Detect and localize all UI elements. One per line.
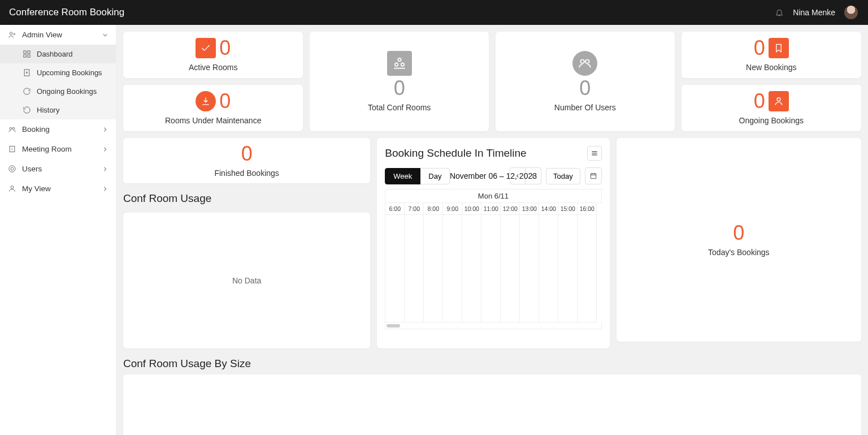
timeline-hour-header: 8:00 <box>424 203 443 215</box>
chevron-right-icon <box>102 166 108 172</box>
svg-rect-4 <box>24 55 26 57</box>
svg-point-11 <box>11 167 14 170</box>
svg-rect-3 <box>28 51 30 53</box>
room-icon <box>8 145 16 153</box>
timeline-menu-button[interactable] <box>587 146 602 161</box>
users-icon <box>8 165 16 173</box>
timeline-body <box>385 215 601 322</box>
svg-point-18 <box>585 60 589 64</box>
calendar-button[interactable] <box>585 167 602 184</box>
stat-label: Active Rooms <box>189 63 237 72</box>
timeline-hour-cell[interactable] <box>385 215 405 322</box>
main-content: 0 Active Rooms 0 Rooms Under Maintenance… <box>116 25 868 435</box>
timeline-hour-header: 15:00 <box>558 203 578 215</box>
card-conf-room-usage: No Data <box>123 213 370 348</box>
chevron-down-icon <box>102 32 108 38</box>
section-conf-room-usage-title: Conf Room Usage <box>123 190 370 206</box>
timeline-hour-cell[interactable] <box>424 215 443 322</box>
card-usage-by-size <box>123 374 861 435</box>
history-icon <box>23 106 31 114</box>
timeline-hour-header: 7:00 <box>405 203 424 215</box>
stat-value: 0 <box>219 38 231 58</box>
svg-point-19 <box>777 98 780 101</box>
sidebar-item-history[interactable]: History <box>0 101 116 119</box>
today-button[interactable]: Today <box>546 168 580 184</box>
chevron-right-icon <box>102 127 108 132</box>
card-num-users: 0 Number Of Users <box>496 32 675 131</box>
user-name[interactable]: Nina Menke <box>793 8 835 17</box>
nav-group-users[interactable]: Users <box>0 159 116 179</box>
timeline-hour-cell[interactable] <box>405 215 424 322</box>
svg-point-7 <box>10 127 12 130</box>
group-room-icon <box>387 51 412 76</box>
person-icon <box>769 91 789 111</box>
timeline-hour-header: 13:00 <box>520 203 539 215</box>
view-week-button[interactable]: Week <box>385 168 420 184</box>
sidebar-item-upcoming-bookings[interactable]: Upcoming Bookings <box>0 63 116 82</box>
timeline-hours-row: 6:007:008:009:0010:0011:0012:0013:0014:0… <box>385 203 601 215</box>
stat-value: 0 <box>754 38 765 58</box>
stat-value: 0 <box>241 144 253 164</box>
stat-value: 0 <box>754 91 765 111</box>
stat-value: 0 <box>733 223 744 243</box>
timeline-scrollbar[interactable] <box>385 322 601 329</box>
nav-group-label: Meeting Room <box>22 145 72 153</box>
admin-icon <box>8 31 16 39</box>
timeline-hour-cell[interactable] <box>520 215 539 322</box>
users-icon <box>572 51 597 76</box>
export-icon <box>23 68 31 77</box>
timeline-title: Booking Schedule In Timeline <box>385 147 526 160</box>
timeline-hour-cell[interactable] <box>558 215 578 322</box>
timeline-hour-cell[interactable] <box>578 215 597 322</box>
stat-label: Ongoing Bookings <box>739 116 804 125</box>
nav-group-label: Admin View <box>22 31 62 39</box>
timeline-hour-header: 16:00 <box>578 203 597 215</box>
dashboard-icon <box>23 50 31 58</box>
chevron-right-icon <box>102 186 108 192</box>
nav-group-admin-view[interactable]: Admin View <box>0 25 116 45</box>
notifications-icon[interactable] <box>775 8 784 17</box>
nav-group-label: Booking <box>22 125 50 133</box>
stat-label: Finished Bookings <box>214 169 279 178</box>
download-icon <box>196 91 216 111</box>
nav-group-meeting-room[interactable]: Meeting Room <box>0 139 116 159</box>
card-maintenance-rooms: 0 Rooms Under Maintenance <box>123 85 303 131</box>
timeline-hour-header: 9:00 <box>443 203 462 215</box>
card-new-bookings: 0 New Bookings <box>682 32 861 78</box>
timeline-hour-cell[interactable] <box>501 215 520 322</box>
sidebar: Admin View Dashboard Upcoming Bookings O… <box>0 25 116 435</box>
timeline-hour-cell[interactable] <box>481 215 501 322</box>
calendar-icon <box>589 172 597 180</box>
nav-group-booking[interactable]: Booking <box>0 119 116 139</box>
stat-label: Total Conf Rooms <box>368 103 431 112</box>
app-title: Conference Room Booking <box>9 7 124 18</box>
scrollbar-thumb[interactable] <box>387 324 400 328</box>
card-active-rooms: 0 Active Rooms <box>123 32 303 78</box>
nav-group-my-view[interactable]: My View <box>0 179 116 199</box>
sidebar-item-dashboard[interactable]: Dashboard <box>0 45 116 63</box>
svg-rect-5 <box>28 55 30 57</box>
avatar[interactable] <box>844 6 858 19</box>
stat-label: Rooms Under Maintenance <box>165 116 261 125</box>
check-icon <box>196 38 216 58</box>
svg-point-16 <box>401 63 403 66</box>
ongoing-icon <box>23 87 31 96</box>
sidebar-item-label: History <box>37 106 59 114</box>
section-usage-by-size-title: Conf Room Usage By Size <box>123 355 861 371</box>
svg-rect-9 <box>10 147 15 152</box>
card-ongoing-bookings: 0 Ongoing Bookings <box>682 85 861 131</box>
timeline-hour-cell[interactable] <box>462 215 481 322</box>
timeline-hour-cell[interactable] <box>539 215 558 322</box>
sidebar-item-ongoing-bookings[interactable]: Ongoing Bookings <box>0 82 116 101</box>
timeline-hour-cell[interactable] <box>443 215 462 322</box>
svg-point-8 <box>12 127 15 130</box>
nav-group-label: Users <box>22 165 42 173</box>
view-day-button[interactable]: Day <box>420 168 450 184</box>
timeline-day-header: Mon 6/11 <box>385 189 601 203</box>
stat-value: 0 <box>394 78 405 98</box>
stat-value: 0 <box>219 91 231 111</box>
svg-point-15 <box>395 63 398 66</box>
svg-point-12 <box>9 166 15 172</box>
no-data-text: No Data <box>232 276 261 285</box>
svg-point-14 <box>398 58 401 61</box>
